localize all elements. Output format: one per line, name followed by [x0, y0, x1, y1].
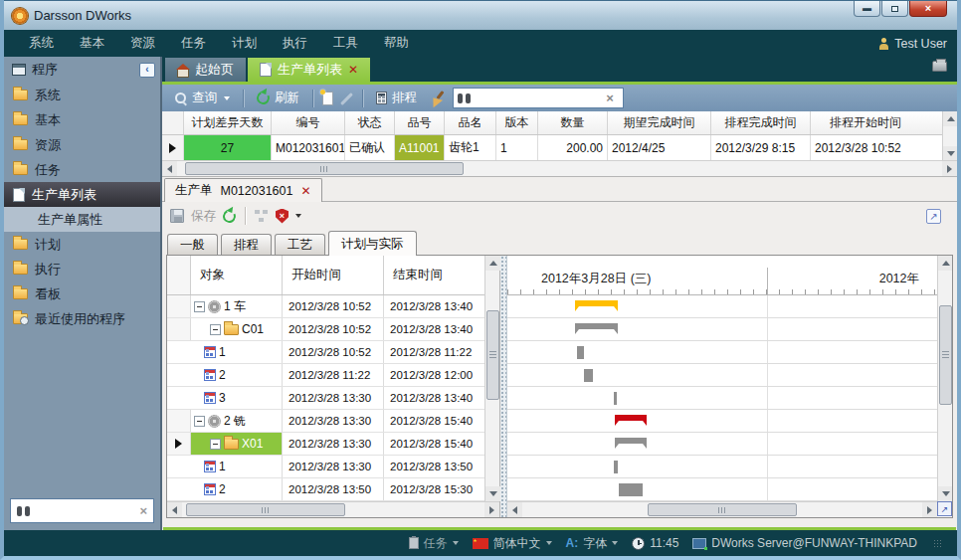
tree-col-object[interactable]: 对象: [191, 256, 283, 294]
printer-icon[interactable]: [932, 61, 947, 72]
gantt-bar[interactable]: [615, 438, 647, 449]
scroll-thumb[interactable]: [185, 162, 464, 175]
grid-data-row[interactable]: 27 M012031601 已确认 A11001 齿轮1 1 200.00 20…: [162, 135, 942, 161]
detail-doc-tab[interactable]: 生产单 M012031601 ✕: [164, 178, 322, 202]
col-plan-diff-days[interactable]: 计划差异天数: [184, 111, 272, 134]
tree-row[interactable]: 1 2012/3/28 13:30 2012/3/28 13:50: [167, 456, 484, 478]
sidebar-item-plan[interactable]: 计划: [4, 232, 160, 257]
tab-general[interactable]: 一般: [167, 234, 218, 255]
grid-vertical-scrollbar[interactable]: [942, 111, 957, 161]
scroll-right-button[interactable]: [922, 502, 937, 517]
col-expect-finish[interactable]: 期望完成时间: [608, 111, 711, 134]
save-icon[interactable]: [170, 209, 184, 223]
scroll-thumb[interactable]: [186, 503, 345, 516]
cell-status[interactable]: 已确认: [345, 135, 395, 160]
collapse-node-icon[interactable]: [194, 301, 205, 312]
tree-col-start[interactable]: 开始时间: [283, 256, 384, 294]
close-button[interactable]: ×: [909, 1, 947, 17]
col-sched-start[interactable]: 排程开始时间: [811, 111, 920, 134]
gantt-bar[interactable]: [619, 483, 643, 496]
doc-tab-close-icon[interactable]: ✕: [300, 184, 310, 198]
save-button[interactable]: 保存: [191, 208, 216, 225]
refresh-icon[interactable]: [221, 208, 238, 225]
menu-tools[interactable]: 工具: [320, 30, 371, 57]
scroll-thumb[interactable]: [939, 305, 952, 405]
scroll-down-button[interactable]: [943, 146, 958, 161]
new-document-icon[interactable]: [322, 92, 333, 105]
sidebar-item-execute[interactable]: 执行: [4, 257, 160, 281]
cell-code[interactable]: M012031601: [272, 135, 345, 160]
tree-row[interactable]: 2 2012/3/28 11:22 2012/3/28 12:00: [167, 364, 484, 387]
menu-execute[interactable]: 执行: [270, 30, 320, 57]
sidebar-item-system[interactable]: 系统: [4, 83, 160, 107]
edit-pencil-icon[interactable]: [339, 92, 353, 105]
col-part-no[interactable]: 品号: [395, 111, 445, 134]
gantt-bar[interactable]: [614, 392, 617, 405]
hierarchy-icon[interactable]: [255, 210, 269, 223]
cell-sched-finish[interactable]: 2012/3/29 8:15: [711, 135, 811, 160]
gantt-bar[interactable]: [614, 461, 618, 473]
scroll-left-button[interactable]: [507, 502, 522, 517]
collapse-node-icon[interactable]: [210, 439, 221, 450]
sidebar-item-task[interactable]: 任务: [4, 157, 160, 182]
tree-row[interactable]: C01 2012/3/28 10:52 2012/3/28 13:40: [167, 318, 484, 341]
col-sched-finish[interactable]: 排程完成时间: [711, 111, 811, 134]
gantt-bar[interactable]: [615, 415, 647, 426]
collapse-node-icon[interactable]: [210, 324, 221, 335]
menu-basic[interactable]: 基本: [67, 30, 117, 57]
tab-production-order-list[interactable]: 生产单列表 ✕: [248, 58, 370, 82]
col-version[interactable]: 版本: [496, 111, 538, 134]
status-clock[interactable]: 11:45: [632, 536, 678, 550]
scroll-down-button[interactable]: [485, 486, 500, 501]
tree-gantt-splitter[interactable]: [500, 256, 507, 517]
sidebar-search-box[interactable]: ×: [10, 498, 154, 523]
scroll-thumb[interactable]: [648, 503, 797, 516]
chevron-down-icon[interactable]: [295, 214, 301, 218]
tree-row[interactable]: 3 2012/3/28 13:30 2012/3/28 13:40: [167, 387, 484, 410]
cell-sched-start[interactable]: 2012/3/28 10:52: [811, 135, 920, 160]
popout-icon[interactable]: ↗: [926, 209, 941, 224]
refresh-button[interactable]: 刷新: [253, 88, 303, 108]
sidebar-item-resource[interactable]: 资源: [4, 132, 160, 157]
status-server[interactable]: DWorks Server@FUNWAY-THINKPAD: [692, 536, 917, 550]
cell-part-no[interactable]: A11001: [395, 135, 445, 160]
scroll-right-button[interactable]: [942, 161, 957, 176]
scroll-up-button[interactable]: [938, 256, 953, 271]
col-part-name[interactable]: 品名: [445, 111, 496, 134]
scroll-right-button[interactable]: [484, 502, 499, 517]
tree-horizontal-scrollbar[interactable]: [167, 501, 499, 517]
tree-row[interactable]: 2 铣 2012/3/28 13:30 2012/3/28 15:40: [167, 410, 484, 433]
sidebar-item-production-order-props[interactable]: 生产单属性: [4, 207, 160, 232]
shield-cancel-icon[interactable]: ×: [276, 209, 288, 224]
collapse-node-icon[interactable]: [194, 416, 205, 427]
gantt-vertical-scrollbar[interactable]: [937, 256, 952, 501]
gantt-bar[interactable]: [584, 369, 593, 382]
sidebar-collapse-button[interactable]: ‹: [139, 63, 155, 78]
cell-expect-finish[interactable]: 2012/4/25: [608, 135, 711, 160]
menu-resource[interactable]: 资源: [117, 30, 168, 57]
gantt-bar[interactable]: [575, 323, 618, 334]
tab-close-icon[interactable]: ✕: [348, 63, 358, 77]
tree-row[interactable]: 1 车 2012/3/28 10:52 2012/3/28 13:40: [167, 295, 484, 318]
menu-task[interactable]: 任务: [168, 30, 219, 57]
tree-row-selected[interactable]: X01 2012/3/28 13:30 2012/3/28 15:40: [167, 433, 484, 456]
sidebar-item-basic[interactable]: 基本: [4, 107, 160, 132]
gantt-expand-icon[interactable]: ↗: [937, 501, 952, 516]
scroll-up-button[interactable]: [943, 111, 958, 126]
tree-row[interactable]: 1 2012/3/28 10:52 2012/3/28 11:22: [167, 341, 484, 364]
tab-plan-vs-actual[interactable]: 计划与实际: [328, 231, 417, 256]
menu-plan[interactable]: 计划: [219, 30, 270, 57]
minimize-button[interactable]: ▬: [854, 1, 880, 17]
schedule-button[interactable]: 排程: [372, 88, 421, 108]
title-bar[interactable]: Darsson DWorks ▬ ×: [4, 0, 957, 30]
sidebar-item-kanban[interactable]: 看板: [4, 281, 160, 306]
col-code[interactable]: 编号: [272, 111, 345, 134]
tab-start-page[interactable]: 起始页: [165, 58, 246, 82]
sidebar-item-recent-programs[interactable]: 最近使用的程序: [4, 306, 160, 331]
col-qty[interactable]: 数量: [538, 111, 608, 134]
scroll-left-button[interactable]: [167, 502, 182, 517]
broom-clear-icon[interactable]: [427, 91, 443, 105]
gantt-bar[interactable]: [577, 346, 584, 359]
scroll-up-button[interactable]: [485, 256, 500, 271]
grid-horizontal-scrollbar[interactable]: [162, 160, 957, 176]
